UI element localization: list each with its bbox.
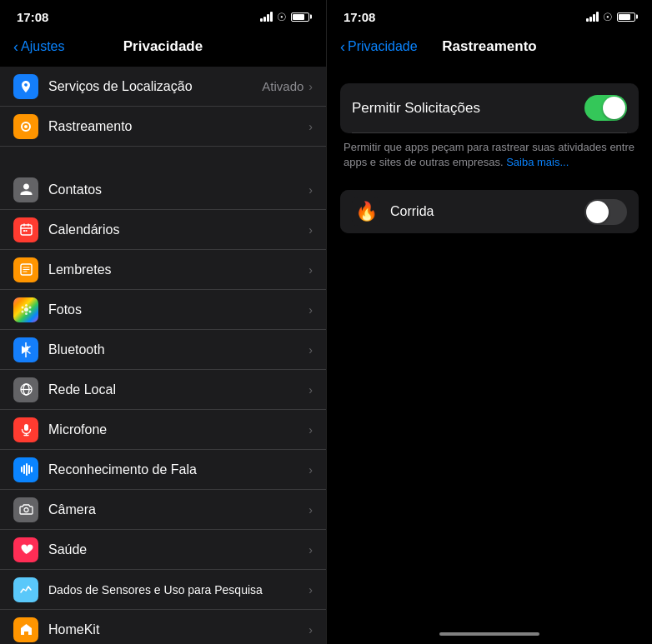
permitir-solicitacoes-toggle[interactable] xyxy=(584,95,627,121)
svg-point-9 xyxy=(21,311,23,313)
corrida-app-row[interactable]: 🔥 Corrida xyxy=(340,190,639,233)
lembretes-chevron: › xyxy=(308,263,313,277)
dados-sensores-icon xyxy=(13,577,38,602)
left-back-button[interactable]: ‹ Ajustes xyxy=(13,38,64,56)
list-item-microfone[interactable]: Microfone › xyxy=(0,410,326,450)
right-panel: 17:08 ☉ ‹ Privacidade Rastreamento Permi xyxy=(326,0,652,644)
svg-point-7 xyxy=(28,311,31,313)
rede-local-icon xyxy=(13,377,38,402)
calendarios-label: Calendários xyxy=(48,222,308,237)
left-section-main: Contatos › Calendários › xyxy=(0,170,326,644)
list-item-calendarios[interactable]: Calendários › xyxy=(0,210,326,250)
fotos-icon xyxy=(13,297,38,322)
left-scroll-area: Serviços de Localização Ativado › Rastre… xyxy=(0,67,326,644)
permitir-solicitacoes-row[interactable]: Permitir Solicitações xyxy=(352,83,627,133)
reconhecimento-icon xyxy=(13,457,38,482)
svg-point-6 xyxy=(28,307,31,309)
list-item-bluetooth[interactable]: Bluetooth › xyxy=(0,330,326,370)
fotos-chevron: › xyxy=(308,303,313,317)
signal-bars-icon xyxy=(260,12,273,22)
rede-local-label: Rede Local xyxy=(48,382,308,397)
list-item-fotos[interactable]: Fotos › xyxy=(0,290,326,330)
dados-sensores-chevron: › xyxy=(308,583,313,597)
svg-point-10 xyxy=(21,307,23,309)
list-item-reconhecimento[interactable]: Reconhecimento de Fala › xyxy=(0,450,326,490)
microfone-icon xyxy=(13,417,38,442)
svg-rect-18 xyxy=(23,465,25,474)
localizacao-chevron: › xyxy=(308,80,313,93)
lembretes-label: Lembretes xyxy=(48,262,308,277)
reconhecimento-label: Reconhecimento de Fala xyxy=(48,462,308,477)
right-status-icons: ☉ xyxy=(586,11,635,23)
svg-rect-14 xyxy=(24,424,28,431)
bluetooth-chevron: › xyxy=(308,343,313,357)
bluetooth-icon xyxy=(13,337,38,362)
list-item-homekit[interactable]: HomeKit › xyxy=(0,610,326,644)
right-status-bar: 17:08 ☉ xyxy=(327,0,652,30)
left-back-label: Ajustes xyxy=(21,39,64,54)
right-status-time: 17:08 xyxy=(344,10,375,24)
homekit-chevron: › xyxy=(308,623,313,637)
rede-local-chevron: › xyxy=(308,383,313,397)
list-item-rede-local[interactable]: Rede Local › xyxy=(0,370,326,410)
corrida-toggle[interactable] xyxy=(584,199,627,225)
lembretes-icon xyxy=(13,257,38,282)
list-item-localizacao[interactable]: Serviços de Localização Ativado › xyxy=(0,67,326,107)
calendarios-chevron: › xyxy=(308,223,313,237)
contatos-chevron: › xyxy=(308,183,313,197)
right-back-label: Privacidade xyxy=(348,39,418,54)
section-divider-1 xyxy=(0,147,326,170)
permitir-description: Permitir que apps peçam para rastrear su… xyxy=(340,133,639,183)
camera-icon xyxy=(13,497,38,522)
right-signal-bars-icon xyxy=(586,12,599,22)
left-section-top: Serviços de Localização Ativado › Rastre… xyxy=(0,67,326,147)
saude-icon xyxy=(13,537,38,562)
rastreamento-label: Rastreamento xyxy=(48,119,308,134)
bluetooth-label: Bluetooth xyxy=(48,342,308,357)
list-item-contatos[interactable]: Contatos › xyxy=(0,170,326,210)
microfone-label: Microfone xyxy=(48,422,308,437)
svg-point-8 xyxy=(25,312,28,315)
contatos-icon xyxy=(13,177,38,202)
localizacao-value: Ativado xyxy=(262,79,303,93)
svg-rect-19 xyxy=(26,463,28,476)
svg-point-5 xyxy=(25,304,28,307)
list-item-dados-sensores[interactable]: Dados de Sensores e Uso para Pesquisa › xyxy=(0,570,326,610)
list-item-saude[interactable]: Saúde › xyxy=(0,530,326,570)
permitir-solicitacoes-label: Permitir Solicitações xyxy=(352,100,584,117)
right-chevron-left-icon: ‹ xyxy=(340,38,345,56)
corrida-icon: 🔥 xyxy=(352,197,380,226)
svg-rect-17 xyxy=(21,467,23,472)
localizacao-icon xyxy=(13,74,38,99)
camera-label: Câmera xyxy=(48,502,308,517)
battery-icon xyxy=(291,12,309,22)
right-content: Permitir Solicitações Permitir que apps … xyxy=(327,67,652,627)
corrida-label: Corrida xyxy=(390,204,584,219)
right-battery-icon xyxy=(617,12,635,22)
svg-rect-2 xyxy=(25,230,27,232)
right-back-button[interactable]: ‹ Privacidade xyxy=(340,38,418,56)
right-nav-bar: ‹ Privacidade Rastreamento xyxy=(327,30,652,67)
calendarios-icon xyxy=(13,217,38,242)
fotos-label: Fotos xyxy=(48,302,308,317)
svg-point-22 xyxy=(24,508,28,512)
svg-rect-20 xyxy=(28,465,30,474)
list-item-camera[interactable]: Câmera › xyxy=(0,490,326,530)
svg-rect-21 xyxy=(31,467,33,472)
wifi-icon: ☉ xyxy=(277,11,287,23)
left-nav-bar: ‹ Ajustes Privacidade xyxy=(0,30,326,67)
list-item-rastreamento[interactable]: Rastreamento › xyxy=(0,107,326,147)
left-panel: 17:08 ☉ ‹ Ajustes Privacidade xyxy=(0,0,326,644)
list-item-lembretes[interactable]: Lembretes › xyxy=(0,250,326,290)
right-home-indicator xyxy=(327,627,652,644)
saude-label: Saúde xyxy=(48,542,308,557)
microfone-chevron: › xyxy=(308,423,313,437)
saude-chevron: › xyxy=(308,543,313,557)
right-wifi-icon: ☉ xyxy=(603,11,613,23)
saiba-mais-link[interactable]: Saiba mais... xyxy=(506,156,569,168)
left-status-icons: ☉ xyxy=(260,11,309,23)
left-status-time: 17:08 xyxy=(17,10,48,24)
camera-chevron: › xyxy=(308,503,313,517)
chevron-left-icon: ‹ xyxy=(13,38,18,56)
homekit-label: HomeKit xyxy=(48,622,308,637)
